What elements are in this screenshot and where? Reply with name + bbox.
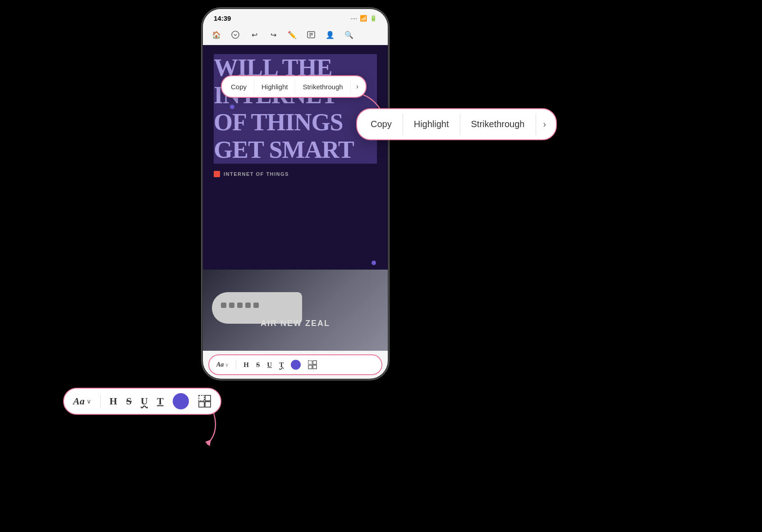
- svg-rect-7: [313, 365, 317, 369]
- redo-icon[interactable]: ↪: [267, 28, 280, 41]
- plane-windows: [221, 303, 259, 308]
- phone-toolbar-color[interactable]: [291, 360, 301, 370]
- context-menu-highlight-small[interactable]: Highlight: [254, 79, 295, 94]
- context-menu-small[interactable]: Copy Highlight Strikethrough ›: [221, 75, 367, 98]
- signal-icon: ····: [351, 15, 357, 22]
- ft-color-picker[interactable]: [173, 393, 189, 409]
- person-add-icon[interactable]: 👤: [324, 28, 336, 41]
- phone-toolbar-aa[interactable]: Aa ∨: [216, 361, 229, 368]
- phone-toolbar-t-label: T: [279, 361, 284, 369]
- svg-rect-8: [308, 365, 312, 369]
- pen-icon[interactable]: ✏️: [286, 28, 298, 41]
- ft-aa-chevron: ∨: [87, 398, 91, 405]
- home-icon[interactable]: 🏠: [210, 28, 223, 41]
- chevron-down-icon[interactable]: [229, 28, 242, 41]
- ft-s-label: S: [126, 395, 132, 407]
- top-toolbar: 🏠 ↩ ↪ ✏️ 👤 🔍: [203, 25, 388, 45]
- svg-rect-11: [205, 395, 211, 401]
- plane-label: AIR NEW ZEAL: [261, 319, 330, 328]
- context-menu-highlight-large[interactable]: Highlight: [403, 114, 460, 135]
- svg-rect-5: [308, 361, 312, 364]
- svg-rect-10: [199, 395, 204, 401]
- context-menu-more-large[interactable]: ›: [536, 114, 554, 135]
- category-text: INTERNET OF THINGS: [224, 171, 289, 177]
- text-box-icon[interactable]: [305, 28, 317, 41]
- phone-toolbar-divider-1: [236, 360, 236, 369]
- article-image: AIR NEW ZEAL: [203, 270, 388, 351]
- phone-toolbar-aa-chevron: ∨: [225, 362, 229, 368]
- headline-line-3: OF THINGS: [214, 109, 377, 136]
- svg-point-0: [232, 31, 239, 38]
- context-menu-copy-small[interactable]: Copy: [224, 79, 254, 94]
- phone-toolbar-t[interactable]: T: [279, 361, 284, 369]
- context-menu-copy-large[interactable]: Copy: [360, 114, 403, 135]
- status-icons: ···· 📶 🔋: [351, 15, 377, 22]
- search-icon[interactable]: 🔍: [343, 28, 355, 41]
- context-menu-strikethrough-large[interactable]: Strikethrough: [460, 114, 536, 135]
- battery-icon: 🔋: [370, 15, 377, 22]
- svg-rect-6: [313, 361, 317, 364]
- wifi-icon: 📶: [360, 15, 367, 22]
- ft-u[interactable]: U: [141, 395, 148, 407]
- svg-rect-12: [205, 402, 211, 407]
- status-bar: 14:39 ···· 📶 🔋: [203, 9, 388, 25]
- phone-bottom-toolbar[interactable]: Aa ∨ H S U T: [208, 354, 382, 375]
- phone-toolbar-s[interactable]: S: [256, 361, 260, 369]
- ft-h-label: H: [110, 395, 117, 407]
- selection-handle-bottom[interactable]: [372, 261, 376, 265]
- status-time: 14:39: [214, 14, 231, 22]
- ft-select[interactable]: [198, 394, 211, 408]
- phone-toolbar-h-label: H: [243, 361, 249, 369]
- phone-frame: 14:39 ···· 📶 🔋 🏠 ↩ ↪ ✏️ 👤 🔍 WILL THE INT…: [203, 9, 388, 379]
- selection-handle-top[interactable]: [230, 105, 234, 109]
- phone-toolbar-u-label: U: [267, 361, 272, 369]
- ft-divider-1: [100, 394, 101, 408]
- phone-toolbar-select[interactable]: [308, 360, 317, 369]
- headline-line-4: GET SMART: [214, 136, 377, 164]
- ft-u-label: U: [141, 395, 148, 407]
- ft-s[interactable]: S: [126, 395, 132, 407]
- ft-h[interactable]: H: [110, 395, 117, 407]
- phone-toolbar-s-label: S: [256, 361, 260, 369]
- article-category: INTERNET OF THINGS: [214, 171, 377, 177]
- phone-toolbar-aa-label: Aa: [216, 361, 224, 368]
- ft-aa-label: Aa: [73, 395, 85, 407]
- context-menu-more-small[interactable]: ›: [351, 79, 364, 94]
- phone-toolbar-h[interactable]: H: [243, 361, 249, 369]
- context-menu-large[interactable]: Copy Highlight Strikethrough ›: [356, 108, 557, 140]
- ft-aa[interactable]: Aa ∨: [73, 395, 91, 407]
- undo-icon[interactable]: ↩: [248, 28, 261, 41]
- svg-rect-13: [199, 402, 204, 407]
- ft-t-label: T: [157, 395, 164, 407]
- context-menu-strikethrough-small[interactable]: Strikethrough: [295, 79, 350, 94]
- phone-toolbar-u[interactable]: U: [267, 361, 272, 369]
- svg-marker-14: [205, 440, 211, 446]
- floating-toolbar-large[interactable]: Aa ∨ H S U T: [63, 388, 221, 415]
- article-headline: WILL THE INTERNET OF THINGS GET SMART: [214, 54, 377, 164]
- ft-t[interactable]: T: [157, 395, 164, 407]
- category-dot: [214, 171, 220, 177]
